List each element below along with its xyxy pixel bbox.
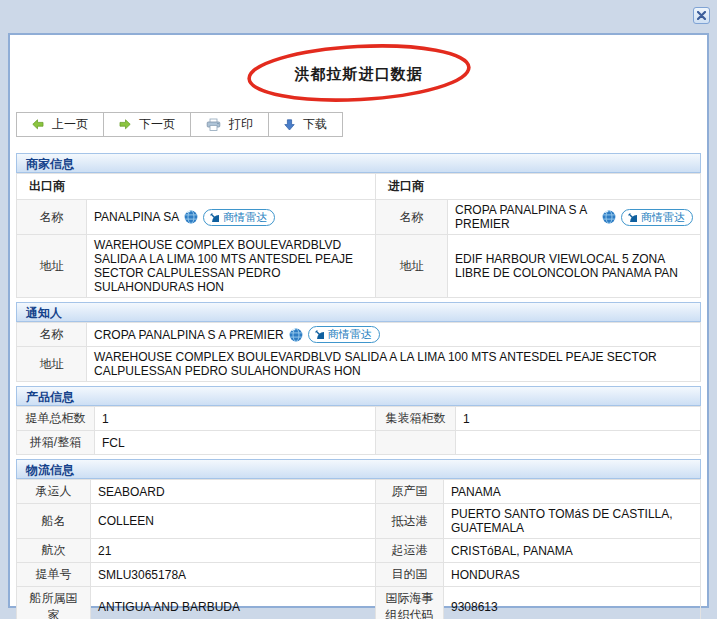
product-section-header: 产品信息 <box>16 386 701 406</box>
close-button[interactable] <box>693 7 710 24</box>
field-value: COLLEEN <box>91 504 376 539</box>
importer-column-header: 进口商 <box>376 174 701 200</box>
product-table: 提单总柜数 1 集装箱柜数 1 拼箱/整箱 FCL <box>16 406 701 455</box>
notify-address-value: WAREHOUSE COMPLEX BOULEVARDBLVD SALIDA A… <box>87 347 701 382</box>
globe-icon[interactable] <box>602 210 616 224</box>
field-value: ANTIGUA AND BARBUDA <box>91 587 376 619</box>
print-label: 打印 <box>229 116 253 133</box>
business-radar-badge[interactable]: 商情雷达 <box>203 209 275 226</box>
download-label: 下载 <box>303 116 327 133</box>
importer-address-label: 地址 <box>376 235 448 298</box>
exporter-name-label: 名称 <box>17 200 87 235</box>
next-page-label: 下一页 <box>139 116 175 133</box>
field-label <box>376 431 456 455</box>
dialog-panel: 洪都拉斯进口数据 上一页 下一页 <box>8 33 709 608</box>
field-label: 起运港 <box>376 539 444 563</box>
arrow-left-icon <box>32 119 44 130</box>
download-button[interactable]: 下载 <box>269 113 342 136</box>
radar-badge-label: 商情雷达 <box>641 210 685 225</box>
exporter-name-value: PANALPINA SA <box>94 210 179 224</box>
table-row: 拼箱/整箱 FCL <box>17 431 701 455</box>
next-page-button[interactable]: 下一页 <box>104 113 191 136</box>
field-label: 拼箱/整箱 <box>17 431 95 455</box>
printer-icon <box>206 118 221 132</box>
field-value: PANAMA <box>444 480 701 504</box>
business-radar-badge[interactable]: 商情雷达 <box>308 326 380 343</box>
logistics-table: 承运人 SEABOARD 原产国 PANAMA 船名 COLLEEN 抵达港 P… <box>16 479 701 619</box>
field-value: CRISTóBAL, PANAMA <box>444 539 701 563</box>
field-label: 目的国 <box>376 563 444 587</box>
notify-section-header: 通知人 <box>16 302 701 322</box>
table-row: 承运人 SEABOARD 原产国 PANAMA <box>17 480 701 504</box>
field-value: 21 <box>91 539 376 563</box>
section-logistics-info: 物流信息 承运人 SEABOARD 原产国 PANAMA 船名 COLLEEN … <box>16 459 701 619</box>
field-value: 1 <box>95 407 376 431</box>
section-notify-party: 通知人 名称 CROPA PANALPINA S A PREMIER <box>16 302 701 382</box>
field-value: SMLU3065178A <box>91 563 376 587</box>
title-area: 洪都拉斯进口数据 <box>16 42 701 106</box>
radar-badge-label: 商情雷达 <box>223 210 267 225</box>
import-data-window: 洪都拉斯进口数据 上一页 下一页 <box>0 0 717 619</box>
exporter-address-value: WAREHOUSE COMPLEX BOULEVARDBLVD SALIDA A… <box>87 235 376 298</box>
radar-icon <box>627 212 638 223</box>
arrow-down-icon <box>284 119 295 131</box>
notify-name-value: CROPA PANALPINA S A PREMIER <box>94 328 284 342</box>
merchant-table: 出口商 进口商 名称 PANALPINA SA <box>16 173 701 298</box>
close-icon <box>697 11 706 20</box>
table-row: 船名 COLLEEN 抵达港 PUERTO SANTO TOMáS DE CAS… <box>17 504 701 539</box>
globe-icon[interactable] <box>289 328 303 342</box>
field-label: 承运人 <box>17 480 91 504</box>
toolbar: 上一页 下一页 <box>16 112 343 137</box>
exporter-address-label: 地址 <box>17 235 87 298</box>
radar-icon <box>209 212 220 223</box>
field-label: 提单号 <box>17 563 91 587</box>
field-label: 原产国 <box>376 480 444 504</box>
field-label: 船所属国家 <box>17 587 91 619</box>
notify-address-label: 地址 <box>17 347 87 382</box>
arrow-right-icon <box>119 119 131 130</box>
field-label: 抵达港 <box>376 504 444 539</box>
field-label: 国际海事组织代码 <box>376 587 444 619</box>
field-value: 9308613 <box>444 587 701 619</box>
importer-name-value: CROPA PANALPINA S A PREMIER <box>455 203 597 231</box>
field-label: 提单总柜数 <box>17 407 95 431</box>
section-product-info: 产品信息 提单总柜数 1 集装箱柜数 1 拼箱/整箱 FCL <box>16 386 701 455</box>
table-row: 提单号 SMLU3065178A 目的国 HONDURAS <box>17 563 701 587</box>
field-value: FCL <box>95 431 376 455</box>
field-value <box>456 431 701 455</box>
table-row: 船所属国家 ANTIGUA AND BARBUDA 国际海事组织代码 93086… <box>17 587 701 619</box>
print-button[interactable]: 打印 <box>191 113 269 136</box>
prev-page-button[interactable]: 上一页 <box>17 113 104 136</box>
exporter-column-header: 出口商 <box>17 174 376 200</box>
business-radar-badge[interactable]: 商情雷达 <box>621 209 693 226</box>
field-label: 集装箱柜数 <box>376 407 456 431</box>
field-value: 1 <box>456 407 701 431</box>
section-merchant-info: 商家信息 出口商 进口商 名称 PANALPINA SA <box>16 153 701 298</box>
notify-name-label: 名称 <box>17 323 87 347</box>
radar-badge-label: 商情雷达 <box>328 327 372 342</box>
page-title: 洪都拉斯进口数据 <box>16 42 701 106</box>
logistics-section-header: 物流信息 <box>16 459 701 479</box>
importer-address-value: EDIF HARBOUR VIEWLOCAL 5 ZONA LIBRE DE C… <box>448 235 701 298</box>
importer-name-label: 名称 <box>376 200 448 235</box>
prev-page-label: 上一页 <box>52 116 88 133</box>
notify-table: 名称 CROPA PANALPINA S A PREMIER <box>16 322 701 382</box>
field-value: HONDURAS <box>444 563 701 587</box>
table-row: 提单总柜数 1 集装箱柜数 1 <box>17 407 701 431</box>
globe-icon[interactable] <box>184 210 198 224</box>
field-value: PUERTO SANTO TOMáS DE CASTILLA, GUATEMAL… <box>444 504 701 539</box>
field-value: SEABOARD <box>91 480 376 504</box>
merchant-section-header: 商家信息 <box>16 153 701 173</box>
field-label: 航次 <box>17 539 91 563</box>
field-label: 船名 <box>17 504 91 539</box>
radar-icon <box>314 329 325 340</box>
table-row: 航次 21 起运港 CRISTóBAL, PANAMA <box>17 539 701 563</box>
